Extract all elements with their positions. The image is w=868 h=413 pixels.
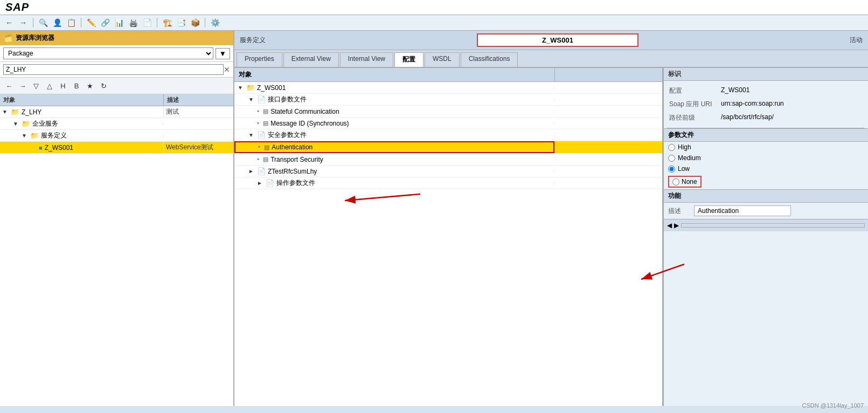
expander-zlhy[interactable]: ▼ <box>2 109 9 115</box>
tab-internal-view[interactable]: Internal View <box>340 52 393 67</box>
tree-item-zws001[interactable]: ■ Z_WS001 WebService测试 <box>0 142 233 154</box>
tp-expander-root[interactable]: ▼ <box>238 85 244 91</box>
search-input[interactable] <box>3 64 224 75</box>
tp-row-ops[interactable]: ► 📄 操作参数文件 <box>234 177 662 189</box>
tp-label-ops: 操作参数文件 <box>276 178 315 188</box>
details-panel: 标识 配置 Z_WS001 Soap 应用 URI urn:sap-com:so… <box>663 68 868 406</box>
tp-row-stateful[interactable]: • ▤ Stateful Communication <box>234 106 662 118</box>
radio-high-input[interactable] <box>668 144 675 151</box>
tp-row-ztest[interactable]: ► 📄 ZTestRfcSumLhy <box>234 166 662 177</box>
field-soap-uri: Soap 应用 URI urn:sap-com:soap:run <box>669 98 863 111</box>
doc-btn[interactable]: 📄 <box>141 17 153 29</box>
tree-panel-header: 对象 <box>234 68 662 82</box>
tp-row-root[interactable]: ▼ 📁 Z_WS001 <box>234 82 662 94</box>
radio-medium: Medium <box>664 153 868 163</box>
profile-section-title: 参数文件 <box>664 128 868 142</box>
soap-uri-value: urn:sap-com:soap:run <box>721 100 784 107</box>
content-body: 对象 ▼ 📁 Z_WS001 ▼ <box>234 68 868 406</box>
tp-col-object: 对象 <box>234 68 554 81</box>
sap-logo: SAP <box>3 0 31 14</box>
print-btn[interactable]: 🖨️ <box>127 17 139 29</box>
chart-btn[interactable]: 📊 <box>113 17 125 29</box>
desc-row: 描述 Authentication <box>664 203 868 219</box>
tp-val-transport <box>554 159 662 161</box>
radio-high-label: High <box>678 143 691 151</box>
package-dropdown-btn[interactable]: ▼ <box>216 48 230 59</box>
nav-back[interactable]: ← <box>3 80 15 92</box>
nav-toolbar: ← → ▽ △ H B ★ ↻ <box>0 78 233 94</box>
sidebar-tree: ▼ 📁 Z_LHY 测试 ▼ 📁 企业服务 <box>0 106 233 406</box>
radio-low-input[interactable] <box>668 166 675 173</box>
tp-row-transport[interactable]: • ▤ Transport Security <box>234 154 662 166</box>
nav-star[interactable]: ★ <box>84 80 96 92</box>
edit-btn[interactable]: ✏️ <box>85 17 97 29</box>
main: 🗂️ 资源库浏览器 Package ▼ ✕ ← → ▽ △ H B ★ ↻ 对象… <box>0 31 868 406</box>
sep2 <box>81 18 81 27</box>
func-section-title: 功能 <box>664 189 868 203</box>
tp-row-security[interactable]: ▼ 📄 安全参数文件 <box>234 129 662 141</box>
scroll-right-arrow[interactable]: ▶ <box>674 222 679 229</box>
nav-up[interactable]: △ <box>44 80 55 92</box>
settings-btn[interactable]: ⚙️ <box>209 17 221 29</box>
tp-bullet-transport: • <box>257 156 259 163</box>
tab-classifications[interactable]: Classifications <box>461 52 518 67</box>
pkg-btn[interactable]: 📦 <box>189 17 201 29</box>
tp-label-sec: 安全参数文件 <box>268 130 307 140</box>
pages-btn[interactable]: 📑 <box>175 17 187 29</box>
nav-bookmark[interactable]: B <box>71 80 82 92</box>
field-path: 路径前级 /sap/bc/srt/rfc/sap/ <box>669 111 863 125</box>
expander-qiye[interactable]: ▼ <box>13 121 19 127</box>
radio-none-input[interactable] <box>672 178 679 185</box>
tab-properties[interactable]: Properties <box>237 52 282 67</box>
sidebar-title: 资源库浏览器 <box>16 33 54 43</box>
tp-bullet-auth: • <box>258 143 260 151</box>
tp-expander-sec[interactable]: ▼ <box>248 132 255 138</box>
search-btn[interactable]: 🔍 <box>37 17 49 29</box>
tree-desc-qiye <box>163 123 233 125</box>
package-select[interactable]: Package <box>3 47 213 59</box>
expander-fwdy[interactable]: ▼ <box>22 133 28 139</box>
soap-uri-label: Soap 应用 URI <box>669 100 718 109</box>
radio-high: High <box>664 142 868 153</box>
tp-row-interface[interactable]: ▼ 📄 接口参数文件 <box>234 94 662 106</box>
active-badge: 活动 <box>850 36 863 45</box>
nav-refresh[interactable]: ↻ <box>98 80 109 92</box>
tab-external-view[interactable]: External View <box>283 52 339 67</box>
tp-label-ztest: ZTestRfcSumLhy <box>268 168 317 175</box>
clipboard-btn[interactable]: 📋 <box>65 17 77 29</box>
tp-row-auth[interactable]: • ▤ Authentication <box>234 141 662 154</box>
forward-btn[interactable]: → <box>17 17 29 29</box>
scrollbar[interactable] <box>681 223 865 228</box>
content: 服务定义 Z_WS001 活动 Properties External View… <box>234 31 868 406</box>
scroll-left-arrow[interactable]: ◀ <box>667 222 672 229</box>
nav-filter[interactable]: ▽ <box>30 80 42 92</box>
tree-label-qiye: 企业服务 <box>32 119 58 128</box>
id-section-title: 标识 <box>664 68 868 81</box>
radio-medium-input[interactable] <box>668 155 675 162</box>
desc-label: 描述 <box>668 206 690 216</box>
watermark: CSDN @1314lay_1007 <box>802 402 864 406</box>
tp-icon-stateful: ▤ <box>263 108 268 115</box>
build-btn[interactable]: 🏗️ <box>161 17 173 29</box>
tree-item-fwdy[interactable]: ▼ 📁 服务定义 <box>0 130 233 142</box>
tp-row-msgid[interactable]: • ▤ Message ID (Synchronous) <box>234 118 662 129</box>
tab-config[interactable]: 配置 <box>394 52 423 67</box>
tp-expander-ztest[interactable]: ► <box>248 168 255 174</box>
link-btn[interactable]: 🔗 <box>99 17 111 29</box>
search-clear-btn[interactable]: ✕ <box>224 65 230 74</box>
tp-expander-iface[interactable]: ▼ <box>248 97 255 102</box>
back-btn[interactable]: ← <box>3 17 15 29</box>
content-header: 服务定义 Z_WS001 活动 <box>234 31 868 50</box>
tree-item-zlhy[interactable]: ▼ 📁 Z_LHY 测试 <box>0 106 233 118</box>
nav-forward[interactable]: → <box>17 80 29 92</box>
tree-item-qiye[interactable]: ▼ 📁 企业服务 <box>0 118 233 130</box>
tp-expander-ops[interactable]: ► <box>257 180 263 186</box>
tree-desc-fwdy <box>163 135 233 137</box>
tab-wsdl[interactable]: WSDL <box>425 52 460 67</box>
radio-none: None <box>664 174 868 189</box>
nav-home[interactable]: H <box>57 80 69 92</box>
top-bar: SAP <box>0 0 868 15</box>
user-btn[interactable]: 👤 <box>51 17 63 29</box>
tp-col-value <box>554 68 662 81</box>
search-row: ✕ <box>0 62 233 78</box>
